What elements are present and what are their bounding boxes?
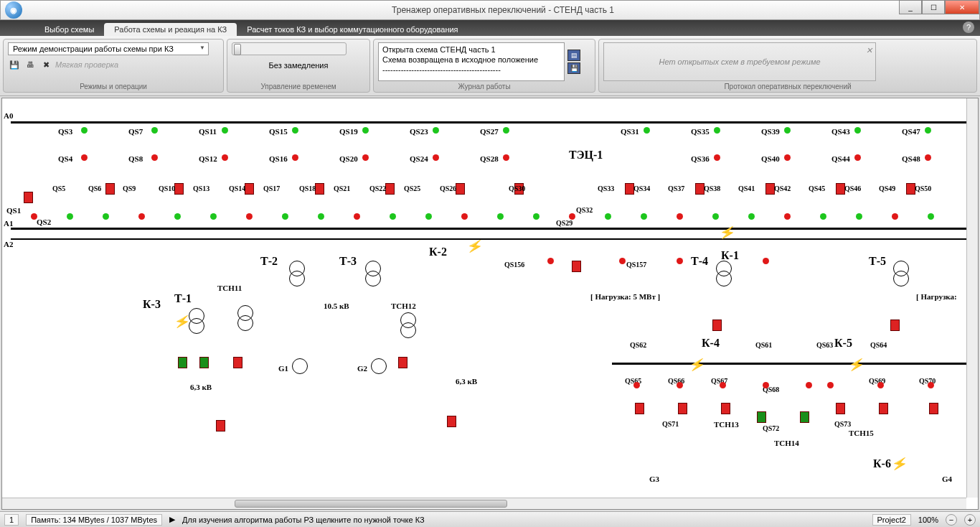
label-6kv-a: 6,3 кВ <box>190 383 212 391</box>
label-load2: [ Нагрузка: <box>916 292 957 301</box>
breaker[interactable] <box>385 183 395 195</box>
indicator-dot <box>425 213 432 220</box>
breaker[interactable] <box>712 320 722 331</box>
status-project[interactable]: Project2 <box>872 514 911 526</box>
label-qs: QS11 <box>199 127 217 136</box>
indicator-dot <box>605 213 611 220</box>
indicator-dot <box>854 154 861 161</box>
indicator-dot <box>677 213 683 220</box>
protocol-empty-text: Нет открытых схем в требуемом режиме <box>659 57 820 66</box>
label-qs: QS1 <box>6 206 21 215</box>
indicator-dot <box>174 213 181 220</box>
log-save-icon[interactable]: 💾 <box>567 62 580 74</box>
indicator-dot <box>677 258 683 264</box>
indicator-dot <box>390 213 396 220</box>
label-qs: QS21 <box>334 185 350 192</box>
label-tch13: ТСН13 <box>714 420 739 429</box>
label-qs: QS38 <box>704 185 720 192</box>
log-expand-icon[interactable]: ▤ <box>567 50 580 61</box>
transformer-symbol <box>365 271 381 286</box>
breaker[interactable] <box>456 183 465 195</box>
tab-scheme-select[interactable]: Выбор схемы <box>34 23 104 36</box>
breaker[interactable] <box>678 403 687 414</box>
tab-kz-calc[interactable]: Расчет токов КЗ и выбор коммутационного … <box>237 23 468 36</box>
protocol-close-icon[interactable]: ✕ <box>866 46 872 55</box>
ribbon-group-modes: Режим демонстрации работы схемы при КЗ 💾… <box>3 39 224 93</box>
indicator-dot <box>547 258 554 264</box>
indicator-dot <box>138 213 145 220</box>
print-icon[interactable]: 🖶 <box>24 58 37 71</box>
breaker[interactable] <box>245 183 254 195</box>
indicator-dot <box>928 213 934 220</box>
zoom-out-button[interactable]: − <box>946 514 957 526</box>
help-button[interactable]: ? <box>963 22 974 33</box>
indicator-dot <box>712 213 719 220</box>
label-qs: QS7 <box>128 127 143 136</box>
indicator-dot <box>362 154 369 161</box>
label-qs: QS42 <box>774 185 791 192</box>
tab-scheme-work[interactable]: Работа схемы и реакция на КЗ <box>104 23 237 36</box>
breaker[interactable] <box>398 357 407 368</box>
indicator-dot <box>222 154 228 161</box>
breaker[interactable] <box>890 320 900 331</box>
breaker[interactable] <box>24 192 33 203</box>
breaker[interactable] <box>174 183 184 195</box>
zoom-in-button[interactable]: + <box>964 514 976 526</box>
breaker[interactable] <box>635 403 644 414</box>
time-slider[interactable] <box>232 42 347 55</box>
indicator-dot <box>720 382 726 388</box>
label-g1: G1 <box>278 364 288 373</box>
indicator-dot <box>503 154 509 161</box>
label-qs: QS156 <box>504 261 524 269</box>
label-qs: QS6 <box>88 185 101 192</box>
play-icon: ▶ <box>169 515 175 524</box>
breaker[interactable] <box>929 403 938 414</box>
indicator-dot <box>292 154 298 161</box>
label-tch12: ТСН12 <box>391 302 416 310</box>
fault-icon[interactable]: ⚡ <box>718 223 736 241</box>
breaker[interactable] <box>233 357 242 368</box>
close-button[interactable]: ✕ <box>945 0 979 14</box>
transformer-symbol <box>189 318 204 334</box>
label-qs: QS3 <box>58 127 72 136</box>
status-bar: 1 Память: 134 MBytes / 1037 MBytes ▶ Для… <box>0 511 980 527</box>
label-qs: QS25 <box>404 185 420 192</box>
breaker[interactable] <box>879 403 888 414</box>
status-hint: Для изучения алгоритма работы РЗ щелкнит… <box>182 516 425 524</box>
breaker[interactable] <box>315 183 324 195</box>
breaker[interactable] <box>199 357 209 368</box>
delete-icon[interactable]: ✖ <box>39 58 52 71</box>
maximize-button[interactable]: ☐ <box>922 0 945 14</box>
log-textbox[interactable]: Открыта схема СТЕНД часть 1 Схема возвра… <box>378 42 565 81</box>
group-label-log: Журнал работы <box>378 81 590 90</box>
fault-icon[interactable]: ⚡ <box>688 355 706 373</box>
breaker[interactable] <box>105 183 115 195</box>
indicator-dot <box>362 127 369 134</box>
fault-icon[interactable]: ⚡ <box>847 355 865 373</box>
fault-icon[interactable]: ⚡ <box>466 237 484 255</box>
save-icon[interactable]: 💾 <box>8 58 21 71</box>
breaker[interactable] <box>178 357 187 368</box>
group-label-proto: Протокол оперативных переключений <box>603 81 972 90</box>
scrollbar-thumb[interactable] <box>235 500 507 508</box>
indicator-dot <box>433 127 439 134</box>
breaker[interactable] <box>216 420 225 432</box>
breaker[interactable] <box>757 411 766 423</box>
mode-dropdown[interactable]: Режим демонстрации работы схемы при КЗ <box>8 42 209 55</box>
minimize-button[interactable]: _ <box>899 0 922 14</box>
breaker[interactable] <box>572 261 581 272</box>
scrollbar-vertical[interactable] <box>966 98 978 498</box>
label-qs: QS49 <box>879 185 895 192</box>
label-station: ТЭЦ-1 <box>569 149 603 162</box>
breaker[interactable] <box>721 403 730 414</box>
breaker[interactable] <box>800 411 809 423</box>
breaker[interactable] <box>836 403 845 414</box>
diagram-viewport[interactable]: A0 A1 A2 ТЭЦ-1 [] К-2 К-1 К-3 К-4 К-5 К-… <box>1 98 979 510</box>
breaker[interactable] <box>447 416 456 427</box>
scrollbar-horizontal[interactable] <box>2 498 966 509</box>
label-qs: QS46 <box>844 185 861 192</box>
indicator-dot <box>210 213 217 220</box>
electrical-diagram: A0 A1 A2 ТЭЦ-1 [] К-2 К-1 К-3 К-4 К-5 К-… <box>2 98 978 497</box>
fault-icon[interactable]: ⚡ <box>890 454 908 472</box>
label-qs: QS36 <box>691 154 710 163</box>
